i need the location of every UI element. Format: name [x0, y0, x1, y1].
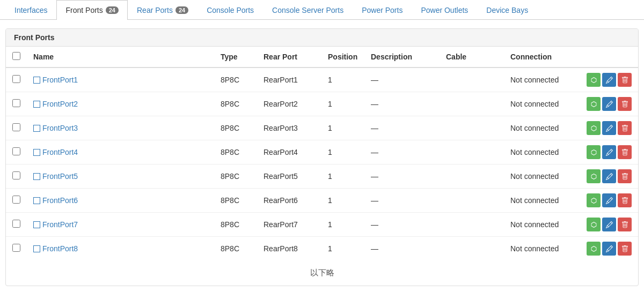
edit-button[interactable]: [602, 73, 616, 87]
port-name-link[interactable]: FrontPort2: [42, 100, 78, 108]
edit-button[interactable]: [602, 169, 616, 183]
cable: [440, 164, 504, 189]
more-label: 以下略: [6, 260, 638, 286]
edit-button[interactable]: [602, 97, 616, 111]
port-type: 8P8C: [214, 140, 257, 164]
connection-status: Not connected: [504, 237, 579, 261]
edit-button[interactable]: [602, 121, 616, 135]
select-all-checkbox[interactable]: [12, 52, 20, 60]
connection-status: Not connected: [504, 140, 579, 164]
tab-rear-ports[interactable]: Rear Ports24: [128, 0, 197, 20]
position: 1: [321, 189, 364, 213]
position: 1: [321, 140, 364, 164]
connect-button[interactable]: [587, 73, 601, 87]
delete-button[interactable]: [618, 97, 632, 111]
tab-device-bays[interactable]: Device Bays: [477, 0, 537, 20]
table-row: FrontPort68P8CRearPort61—Not connected: [6, 189, 638, 213]
connect-button[interactable]: [587, 218, 601, 231]
position: 1: [321, 92, 364, 116]
description: —: [364, 213, 440, 237]
edit-button[interactable]: [602, 145, 616, 159]
col-header-position: Position: [321, 47, 364, 68]
table-row: FrontPort28P8CRearPort21—Not connected: [6, 92, 638, 116]
connection-status: Not connected: [504, 68, 579, 92]
tab-label-front-ports: Front Ports: [65, 6, 103, 14]
port-type: 8P8C: [214, 189, 257, 213]
edit-button[interactable]: [602, 218, 616, 231]
cable: [440, 68, 504, 92]
row-checkbox-5[interactable]: [12, 171, 20, 179]
tab-console-ports[interactable]: Console Ports: [197, 0, 263, 20]
port-type-icon: [33, 197, 40, 204]
connect-button[interactable]: [587, 242, 601, 256]
delete-button[interactable]: [618, 218, 632, 231]
delete-button[interactable]: [618, 73, 632, 87]
rear-port: RearPort6: [257, 189, 321, 213]
cable: [440, 237, 504, 261]
connect-button[interactable]: [587, 121, 601, 135]
tab-badge-front-ports: 24: [106, 6, 119, 14]
tab-navigation: InterfacesFront Ports24Rear Ports24Conso…: [0, 0, 644, 20]
connection-status: Not connected: [504, 164, 579, 189]
port-name-link[interactable]: FrontPort5: [42, 172, 78, 181]
port-name-link[interactable]: FrontPort4: [42, 148, 78, 156]
cable: [440, 92, 504, 116]
rear-port: RearPort8: [257, 237, 321, 261]
port-name-link[interactable]: FrontPort6: [42, 196, 78, 205]
connection-status: Not connected: [504, 213, 579, 237]
col-header-type: Type: [214, 47, 257, 68]
tab-label-console-ports: Console Ports: [207, 6, 254, 14]
position: 1: [321, 164, 364, 189]
description: —: [364, 237, 440, 261]
connect-button[interactable]: [587, 193, 601, 207]
delete-button[interactable]: [618, 121, 632, 135]
front-ports-table: Name Type Rear Port Position Description…: [6, 47, 638, 260]
description: —: [364, 140, 440, 164]
port-name-link[interactable]: FrontPort3: [42, 124, 78, 132]
tab-interfaces[interactable]: Interfaces: [5, 0, 56, 20]
tab-power-ports[interactable]: Power Ports: [353, 0, 412, 20]
delete-button[interactable]: [618, 169, 632, 183]
tab-power-outlets[interactable]: Power Outlets: [412, 0, 477, 20]
tab-front-ports[interactable]: Front Ports24: [56, 0, 128, 20]
col-header-actions: [579, 47, 638, 68]
tab-label-power-outlets: Power Outlets: [421, 6, 468, 14]
row-checkbox-3[interactable]: [12, 123, 20, 131]
table-row: FrontPort38P8CRearPort31—Not connected: [6, 116, 638, 140]
delete-button[interactable]: [618, 193, 632, 207]
delete-button[interactable]: [618, 242, 632, 256]
description: —: [364, 68, 440, 92]
row-checkbox-6[interactable]: [12, 196, 20, 204]
connect-button[interactable]: [587, 97, 601, 111]
tab-label-interfaces: Interfaces: [14, 6, 47, 14]
port-type: 8P8C: [214, 68, 257, 92]
connection-status: Not connected: [504, 116, 579, 140]
connection-status: Not connected: [504, 92, 579, 116]
port-type: 8P8C: [214, 92, 257, 116]
port-name-link[interactable]: FrontPort7: [42, 220, 78, 229]
panel-title: Front Ports: [6, 29, 638, 47]
connect-button[interactable]: [587, 145, 601, 159]
table-row: FrontPort58P8CRearPort51—Not connected: [6, 164, 638, 189]
delete-button[interactable]: [618, 145, 632, 159]
rear-port: RearPort1: [257, 68, 321, 92]
edit-button[interactable]: [602, 193, 616, 207]
tab-console-server-ports[interactable]: Console Server Ports: [263, 0, 353, 20]
description: —: [364, 164, 440, 189]
edit-button[interactable]: [602, 242, 616, 256]
row-checkbox-8[interactable]: [12, 244, 20, 252]
row-checkbox-2[interactable]: [12, 99, 20, 107]
position: 1: [321, 116, 364, 140]
connect-button[interactable]: [587, 169, 601, 183]
col-header-name: Name: [27, 47, 214, 68]
row-checkbox-4[interactable]: [12, 147, 20, 155]
description: —: [364, 92, 440, 116]
port-name-link[interactable]: FrontPort8: [42, 244, 78, 253]
port-type-icon: [33, 149, 40, 156]
tab-label-device-bays: Device Bays: [486, 6, 528, 14]
rear-port: RearPort4: [257, 140, 321, 164]
port-name-link[interactable]: FrontPort1: [42, 76, 78, 84]
row-checkbox-7[interactable]: [12, 220, 20, 228]
row-checkbox-1[interactable]: [12, 75, 20, 83]
rear-port: RearPort7: [257, 213, 321, 237]
